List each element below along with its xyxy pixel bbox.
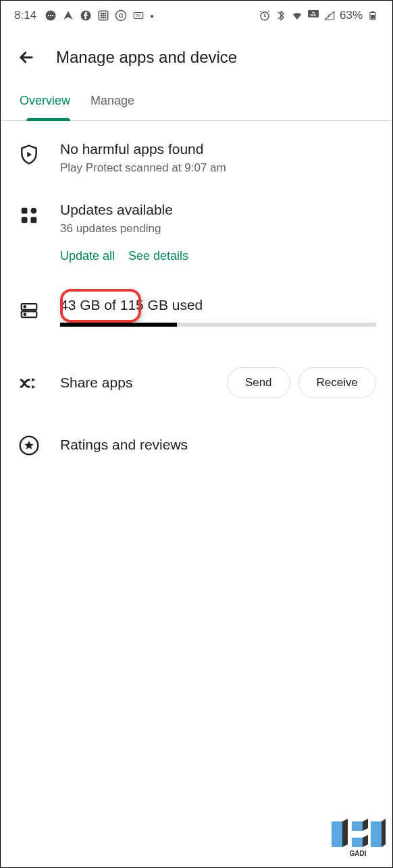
vowifi-icon: VoWiFi (307, 9, 319, 22)
svg-point-3 (52, 15, 53, 16)
status-right: VoWiFi x 63% (259, 9, 379, 22)
svg-point-2 (50, 15, 51, 16)
svg-point-7 (103, 13, 104, 14)
bluetooth-icon (275, 9, 287, 22)
svg-point-34 (24, 313, 26, 315)
header: Manage apps and device (1, 28, 392, 80)
triangle-icon (62, 9, 74, 22)
watermark-logo: GADI (328, 817, 388, 858)
content: No harmful apps found Play Protect scann… (1, 121, 392, 478)
star-icon (17, 433, 41, 458)
svg-rect-25 (371, 11, 374, 13)
svg-rect-30 (31, 217, 37, 223)
apps-icon (17, 203, 41, 227)
update-all-button[interactable]: Update all (60, 249, 115, 263)
svg-text:G: G (119, 12, 124, 19)
svg-point-1 (48, 15, 49, 16)
updates-subtitle: 36 updates pending (60, 222, 376, 236)
protect-title: No harmful apps found (60, 141, 376, 157)
svg-point-11 (105, 15, 106, 16)
svg-text:WiFi: WiFi (311, 13, 316, 17)
storage-icon (17, 298, 41, 323)
status-time: 8:14 (14, 9, 36, 22)
m-icon: m (132, 9, 145, 22)
alarm-icon (259, 9, 271, 22)
svg-rect-36 (332, 821, 342, 847)
see-details-button[interactable]: See details (128, 249, 188, 263)
storage-progress-fill (60, 323, 177, 327)
svg-rect-26 (371, 15, 375, 19)
svg-point-9 (101, 15, 102, 16)
svg-point-14 (105, 17, 106, 18)
updates-title: Updates available (60, 202, 376, 218)
dot-icon: ● (150, 12, 154, 20)
svg-rect-38 (352, 838, 363, 847)
svg-rect-37 (352, 821, 363, 831)
grid-icon (97, 9, 109, 22)
status-bar: 8:14 G m ● VoWiFi (1, 1, 392, 28)
tab-manage[interactable]: Manage (90, 94, 134, 120)
send-button[interactable]: Send (227, 367, 290, 398)
protect-subtitle: Play Protect scanned at 9:07 am (60, 161, 376, 175)
g-icon: G (115, 9, 127, 22)
svg-point-13 (103, 17, 104, 18)
storage-progress (60, 323, 376, 327)
chat-icon (45, 9, 57, 22)
ratings-title: Ratings and reviews (60, 437, 188, 453)
svg-rect-29 (22, 217, 28, 223)
svg-rect-28 (31, 208, 37, 214)
tabs: Overview Manage (1, 80, 392, 121)
svg-rect-39 (371, 821, 382, 847)
svg-point-10 (103, 15, 104, 16)
svg-point-6 (101, 13, 102, 14)
share-title: Share apps (60, 375, 208, 391)
tab-overview[interactable]: Overview (20, 94, 70, 120)
ratings-section[interactable]: Ratings and reviews (17, 432, 376, 458)
signal-icon: x (323, 9, 336, 22)
play-protect-section[interactable]: No harmful apps found Play Protect scann… (17, 141, 376, 175)
svg-text:GADI: GADI (350, 850, 367, 857)
receive-button[interactable]: Receive (298, 367, 376, 398)
battery-percent: 63% (340, 9, 363, 22)
svg-text:m: m (136, 12, 140, 18)
battery-icon (367, 9, 379, 22)
updates-section: Updates available 36 updates pending Upd… (17, 202, 376, 263)
share-section: Share apps Send Receive (17, 367, 376, 398)
share-icon (17, 371, 41, 396)
svg-point-12 (101, 17, 102, 18)
page-title: Manage apps and device (56, 48, 237, 67)
svg-point-8 (105, 13, 106, 14)
svg-point-33 (24, 306, 26, 308)
svg-rect-27 (22, 208, 28, 214)
storage-text: 43 GB of 115 GB used (60, 297, 376, 313)
facebook-icon (80, 9, 92, 22)
storage-section[interactable]: 43 GB of 115 GB used (17, 297, 376, 327)
status-left: 8:14 G m ● (14, 9, 154, 22)
shield-icon (17, 142, 41, 167)
back-button[interactable] (17, 48, 36, 67)
wifi-icon (291, 9, 303, 22)
